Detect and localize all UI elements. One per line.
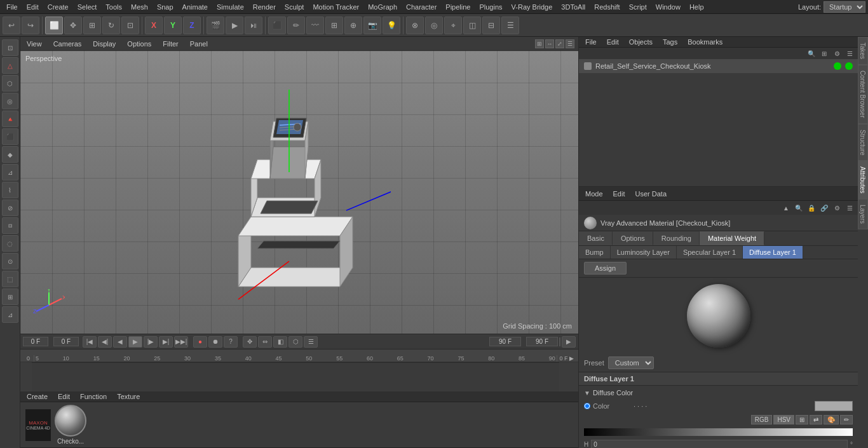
- play-button[interactable]: ▶: [128, 336, 142, 348]
- far-tab-takes[interactable]: Takes: [858, 37, 868, 65]
- hsv-mode-button[interactable]: HSV: [773, 415, 794, 424]
- goto-end-button[interactable]: ▶|: [159, 336, 173, 348]
- menu-mesh[interactable]: Mesh: [127, 2, 152, 12]
- viewport-corner-btn-2[interactable]: ↔: [545, 39, 554, 48]
- viewport-menu-display[interactable]: Display: [90, 39, 118, 49]
- obj-menu-edit[interactable]: Edit: [604, 37, 621, 47]
- left-tool-14[interactable]: ⬚: [2, 271, 18, 287]
- assign-button[interactable]: Assign: [584, 262, 627, 275]
- left-tool-11[interactable]: ⧈: [2, 217, 18, 234]
- obj-filter-icon[interactable]: ⊞: [818, 48, 830, 59]
- object-row[interactable]: Retail_Self_Service_Checkout_Kiosk: [579, 59, 858, 73]
- rotate-tool-button[interactable]: ↻: [102, 17, 120, 34]
- render-view-button[interactable]: ▶: [226, 17, 243, 34]
- obj-menu-tags[interactable]: Tags: [660, 37, 680, 47]
- z-axis-button[interactable]: Z: [183, 17, 201, 34]
- viewport-menu-options[interactable]: Options: [125, 39, 154, 49]
- camera-button[interactable]: 📷: [363, 17, 381, 34]
- transform-tool-button[interactable]: ⊡: [121, 17, 139, 34]
- rgb-mode-button[interactable]: RGB: [751, 415, 773, 424]
- left-tool-2[interactable]: △: [2, 57, 18, 74]
- viewport-menu-panel[interactable]: Panel: [187, 39, 210, 49]
- undo-button[interactable]: ↩: [3, 17, 20, 34]
- snaptool-button[interactable]: ◎: [425, 17, 443, 34]
- attr-link-icon[interactable]: 🔗: [818, 202, 830, 214]
- left-tool-4[interactable]: ◎: [2, 93, 18, 109]
- start-frame-input[interactable]: [23, 337, 48, 346]
- menu-file[interactable]: File: [3, 2, 22, 12]
- menu-mograph[interactable]: MoGraph: [364, 2, 401, 12]
- attr-menu-userdata[interactable]: User Data: [633, 189, 670, 199]
- select-key-button[interactable]: ◧: [273, 336, 287, 348]
- menu-script[interactable]: Script: [625, 2, 651, 12]
- goto-last-button[interactable]: ▶▶|: [174, 336, 188, 348]
- redo-button[interactable]: ↪: [22, 17, 39, 34]
- color-picker-icon-1[interactable]: ⊞: [796, 415, 808, 424]
- attr-settings-icon[interactable]: ⚙: [831, 202, 843, 214]
- tab-bump[interactable]: Bump: [579, 246, 611, 259]
- object-vis-green-dot-2[interactable]: [845, 62, 853, 70]
- snap-button[interactable]: ⊗: [406, 17, 424, 34]
- record-button[interactable]: ⏺: [208, 336, 222, 348]
- max-frame-input[interactable]: [489, 337, 521, 346]
- far-tab-attributes[interactable]: Attributes: [858, 161, 868, 199]
- goto-start-button[interactable]: |◀: [83, 336, 97, 348]
- attr-more-icon[interactable]: ☰: [844, 202, 855, 214]
- left-tool-7[interactable]: ◆: [2, 146, 18, 163]
- obj-menu-file[interactable]: File: [583, 37, 599, 47]
- attr-search-icon[interactable]: 🔍: [793, 202, 804, 214]
- menu-window[interactable]: Window: [652, 2, 684, 12]
- move-tool-button[interactable]: ✥: [64, 17, 82, 34]
- x-axis-button[interactable]: X: [145, 17, 163, 34]
- color-radio[interactable]: [584, 403, 590, 409]
- pen-button[interactable]: ✏: [287, 17, 305, 34]
- viewport-menu-cameras[interactable]: Cameras: [51, 39, 85, 49]
- viewport-menu-view[interactable]: View: [24, 39, 44, 49]
- layout-dropdown[interactable]: Startup: [824, 1, 865, 13]
- viewport-config-button[interactable]: ⊟: [482, 17, 500, 34]
- menu-pipeline[interactable]: Pipeline: [442, 2, 474, 12]
- left-tool-10[interactable]: ⊘: [2, 200, 18, 216]
- menu-select[interactable]: Select: [74, 2, 101, 12]
- attr-menu-edit[interactable]: Edit: [611, 189, 628, 199]
- left-tool-5[interactable]: 🔺: [2, 111, 18, 127]
- menu-redshift[interactable]: Redshift: [590, 2, 623, 12]
- far-tab-structure[interactable]: Structure: [858, 124, 868, 161]
- scale-tool-button[interactable]: ⊞: [83, 17, 101, 34]
- material-thumbnail[interactable]: [55, 405, 86, 437]
- attr-lock-icon[interactable]: 🔒: [806, 202, 817, 214]
- menu-create[interactable]: Create: [44, 2, 72, 12]
- render-button[interactable]: ⏯: [245, 17, 262, 34]
- menu-plugins[interactable]: Plugins: [475, 2, 506, 12]
- mat-menu-function[interactable]: Function: [78, 391, 109, 402]
- menu-tools[interactable]: Tools: [102, 2, 126, 12]
- guide-button[interactable]: ⌖: [444, 17, 462, 34]
- param-button[interactable]: ☰: [304, 336, 318, 348]
- view-button[interactable]: ◫: [463, 17, 481, 34]
- play-back-button[interactable]: ◀: [113, 336, 127, 348]
- left-tool-1[interactable]: ⊡: [2, 39, 18, 56]
- record-auto-button[interactable]: ●: [193, 336, 207, 348]
- viewport-corner-btn-3[interactable]: ⤢: [555, 39, 564, 48]
- frame-range-button[interactable]: ▶: [562, 336, 576, 348]
- min-frame-input[interactable]: [53, 337, 79, 346]
- mat-menu-create[interactable]: Create: [24, 391, 50, 402]
- left-tool-3[interactable]: ⬡: [2, 75, 18, 92]
- tab-rounding[interactable]: Rounding: [653, 231, 700, 245]
- left-tool-12[interactable]: ◌: [2, 235, 18, 252]
- menu-simulate[interactable]: Simulate: [213, 2, 248, 12]
- obj-settings-icon[interactable]: ⚙: [831, 48, 843, 59]
- menu-snap[interactable]: Snap: [153, 2, 177, 12]
- left-tool-6[interactable]: ⬛: [2, 128, 18, 145]
- viewport-canvas[interactable]: Perspective: [20, 51, 578, 334]
- menu-animate[interactable]: Animate: [179, 2, 212, 12]
- menu-render[interactable]: Render: [249, 2, 280, 12]
- tab-basic[interactable]: Basic: [579, 231, 613, 245]
- material-item[interactable]: Checko...: [55, 405, 86, 445]
- viewport-menu-filter[interactable]: Filter: [160, 39, 180, 49]
- render-settings-button[interactable]: ☰: [501, 17, 519, 34]
- scale-key-button[interactable]: ⇔: [258, 336, 272, 348]
- menu-3dtoall[interactable]: 3DToAll: [557, 2, 589, 12]
- color-eyedropper-button[interactable]: ✏: [840, 415, 853, 424]
- tab-luminosity[interactable]: Luminosity Layer: [611, 246, 677, 259]
